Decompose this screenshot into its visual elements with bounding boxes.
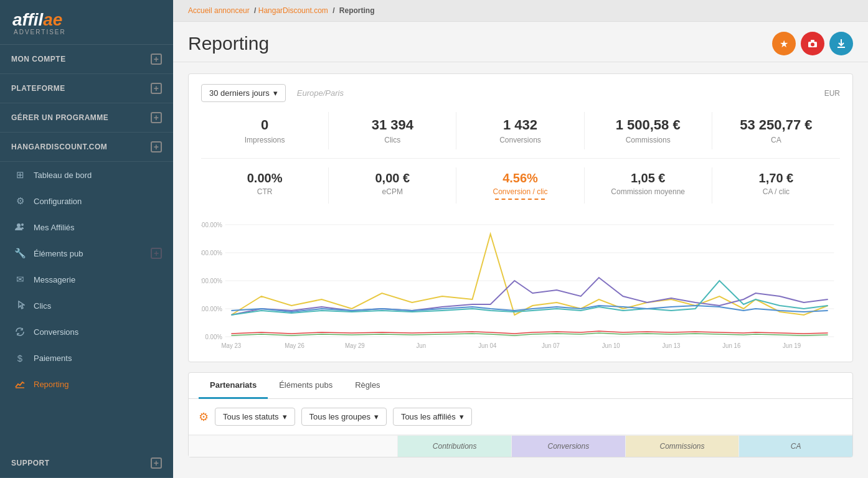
breadcrumb-current: Reporting <box>339 6 375 15</box>
date-select: 30 derniers jours ▾ Europe/Paris <box>201 84 344 102</box>
sidebar-item-clics-label: Clics <box>34 301 51 311</box>
filter-settings-icon[interactable]: ⚙ <box>199 410 209 424</box>
table-header-row: Contributions Conversions Commissions CA <box>189 435 852 457</box>
groupes-label: Tous les groupes <box>309 412 370 421</box>
sidebar-item-messagerie[interactable]: ✉ Messagerie <box>0 266 173 293</box>
table-col-ca: CA <box>739 436 852 457</box>
tab-elements-pubs[interactable]: Éléments pubs <box>268 373 344 399</box>
sidebar-item-reporting-label: Reporting <box>34 380 68 389</box>
sidebar-section-hangardiscount-label: HANGARDISCOUNT.COM <box>11 143 107 151</box>
sidebar-item-paiements[interactable]: $ Paiements <box>0 345 173 371</box>
currency-label: EUR <box>824 89 840 98</box>
tab-partenariats[interactable]: Partenariats <box>199 373 268 399</box>
download-button[interactable] <box>829 32 853 55</box>
sidebar-section-mon-compte-label: MON COMPTE <box>11 55 66 63</box>
conversion-dashed-line <box>495 199 545 200</box>
tab-regles[interactable]: Règles <box>344 373 391 399</box>
sidebar-item-conversions-label: Conversions <box>34 327 78 337</box>
date-range-dropdown[interactable]: 30 derniers jours ▾ <box>201 84 286 102</box>
stats-row-2: 0.00% CTR 0,00 € eCPM 4.56% Conversion /… <box>201 167 840 212</box>
configuration-icon: ⚙ <box>14 195 26 207</box>
svg-text:400.00%: 400.00% <box>201 222 222 228</box>
tabs-header: Partenariats Éléments pubs Règles <box>189 373 852 399</box>
statuts-dropdown[interactable]: Tous les statuts ▾ <box>215 408 295 426</box>
breadcrumb-sep1: / <box>254 6 258 15</box>
header-actions: ★ <box>772 32 853 55</box>
groupes-chevron: ▾ <box>374 412 379 421</box>
tableau-de-bord-icon: ⊞ <box>14 169 26 181</box>
sidebar-section-plateforme-header[interactable]: PLATEFORME + <box>0 74 173 103</box>
svg-point-0 <box>17 223 21 227</box>
logo: affilae advertiser <box>0 0 173 45</box>
content-area: 30 derniers jours ▾ Europe/Paris EUR 0 I… <box>173 62 868 478</box>
main-content: Accueil annonceur / HangarDiscount.com /… <box>173 0 868 478</box>
page-header: Reporting ★ <box>173 22 868 62</box>
sidebar-section-support-header[interactable]: SUPPORT + <box>0 449 173 477</box>
breadcrumb-site[interactable]: HangarDiscount.com <box>258 6 328 15</box>
sidebar-item-tableau-de-bord[interactable]: ⊞ Tableau de bord <box>0 162 173 188</box>
sidebar-item-mes-affilies[interactable]: Mes Affiliés <box>0 214 173 240</box>
sidebar-item-tableau-de-bord-label: Tableau de bord <box>34 171 92 180</box>
svg-text:May 26: May 26 <box>285 342 304 349</box>
statuts-label: Tous les statuts <box>223 412 279 421</box>
sidebar: affilae advertiser MON COMPTE + PLATEFOR… <box>0 0 173 478</box>
statuts-chevron: ▾ <box>283 412 287 421</box>
gerer-programme-expand-icon: + <box>151 112 162 123</box>
clics-label: Clics <box>331 136 453 144</box>
clics-icon <box>14 299 26 312</box>
sidebar-section-gerer-programme-label: GÉRER UN PROGRAMME <box>11 113 108 122</box>
messagerie-icon: ✉ <box>14 273 26 286</box>
clics-value: 31 394 <box>331 117 453 133</box>
stat-ca-clic: 1,70 € CA / clic <box>712 167 840 204</box>
impressions-label: Impressions <box>204 136 326 144</box>
sidebar-section-hangardiscount-header[interactable]: HANGARDISCOUNT.COM + <box>0 133 173 161</box>
breadcrumb-sep2: / <box>333 6 337 15</box>
sidebar-item-clics[interactable]: Clics <box>0 293 173 319</box>
breadcrumb-home[interactable]: Accueil annonceur <box>188 6 250 15</box>
stat-ecpm: 0,00 € eCPM <box>329 167 456 204</box>
commission-moyenne-label: Commission moyenne <box>587 187 709 196</box>
ca-clic-value: 1,70 € <box>715 171 837 185</box>
table-col-commissions: Commissions <box>626 436 740 457</box>
groupes-dropdown[interactable]: Tous les groupes ▾ <box>301 408 387 426</box>
sidebar-item-elements-pub-label: Éléments pub <box>34 249 83 258</box>
svg-text:May 29: May 29 <box>345 342 365 349</box>
chart-container: 400.00% 300.00% 200.00% 100.00% 0.00% <box>201 212 840 362</box>
conversion-clic-label: Conversion / clic <box>459 187 581 196</box>
stat-conversions: 1 432 Conversions <box>456 112 584 149</box>
sidebar-section-support: SUPPORT + <box>0 449 173 478</box>
plateforme-expand-icon: + <box>151 83 162 94</box>
svg-text:200.00%: 200.00% <box>201 278 222 284</box>
paiements-icon: $ <box>14 352 26 364</box>
ca-value: 53 250,77 € <box>715 117 837 133</box>
svg-text:May 23: May 23 <box>222 342 242 349</box>
stats-panel: 30 derniers jours ▾ Europe/Paris EUR 0 I… <box>188 73 853 362</box>
tabs-section: Partenariats Éléments pubs Règles ⚙ Tous… <box>188 372 853 457</box>
sidebar-section-hangardiscount: HANGARDISCOUNT.COM + <box>0 133 173 162</box>
sidebar-item-paiements-label: Paiements <box>34 354 72 363</box>
affilies-dropdown[interactable]: Tous les affiliés ▾ <box>393 408 472 426</box>
sidebar-section-gerer-programme-header[interactable]: GÉRER UN PROGRAMME + <box>0 103 173 132</box>
conversions-icon <box>14 326 26 338</box>
sidebar-section-mon-compte: MON COMPTE + <box>0 45 173 74</box>
svg-point-4 <box>811 43 814 47</box>
sidebar-section-mon-compte-header[interactable]: MON COMPTE + <box>0 45 173 73</box>
stats-row-1: 0 Impressions 31 394 Clics 1 432 Convers… <box>201 112 840 159</box>
table-col-conversions: Conversions <box>512 436 626 457</box>
breadcrumb: Accueil annonceur / HangarDiscount.com /… <box>173 0 868 22</box>
sidebar-section-plateforme-label: PLATEFORME <box>11 84 65 93</box>
impressions-value: 0 <box>204 117 326 133</box>
ecpm-value: 0,00 € <box>331 171 453 185</box>
chart-svg: 400.00% 300.00% 200.00% 100.00% 0.00% <box>201 218 840 355</box>
sidebar-item-reporting[interactable]: Reporting <box>0 371 173 397</box>
sidebar-item-conversions[interactable]: Conversions <box>0 319 173 345</box>
sidebar-item-elements-pub[interactable]: 🔧 Éléments pub + <box>0 240 173 266</box>
star-button[interactable]: ★ <box>772 32 796 55</box>
logo-sub: advertiser <box>14 29 161 35</box>
conversions-value: 1 432 <box>459 117 581 133</box>
camera-button[interactable] <box>801 32 824 55</box>
svg-text:Jun 04: Jun 04 <box>478 342 497 349</box>
hangardiscount-expand-icon: + <box>151 141 162 152</box>
timezone-label: Europe/Paris <box>297 88 344 98</box>
sidebar-item-configuration[interactable]: ⚙ Configuration <box>0 188 173 214</box>
